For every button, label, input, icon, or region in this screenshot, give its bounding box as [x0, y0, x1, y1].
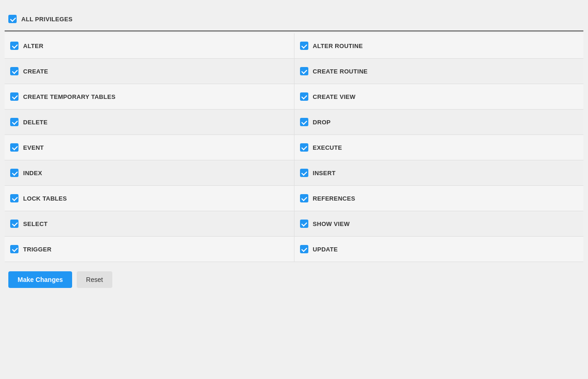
checkbox-references[interactable]: [300, 194, 308, 202]
privilege-label: CREATE VIEW: [313, 93, 356, 100]
checkbox-lock-tables[interactable]: [10, 194, 18, 202]
privilege-row: ALTERALTER ROUTINE: [5, 33, 583, 59]
checkbox-wrapper: CREATE TEMPORARY TABLES: [10, 92, 116, 101]
privilege-cell-left: EVENT: [5, 135, 294, 160]
checkbox-wrapper: TRIGGER: [10, 245, 51, 253]
privilege-row: CREATE TEMPORARY TABLESCREATE VIEW: [5, 84, 583, 110]
all-privileges-checkbox-wrapper: ALL PRIVILEGES: [8, 15, 73, 23]
privilege-row: EVENTEXECUTE: [5, 135, 583, 160]
checkbox-wrapper: EVENT: [10, 143, 44, 152]
privilege-cell-left: INDEX: [5, 160, 294, 185]
checkbox-show-view[interactable]: [300, 220, 308, 228]
checkbox-wrapper: CREATE ROUTINE: [300, 67, 368, 75]
checkbox-wrapper: DELETE: [10, 118, 48, 126]
checkbox-wrapper: EXECUTE: [300, 143, 343, 152]
checkbox-trigger[interactable]: [10, 245, 18, 253]
privilege-cell-right: INSERT: [294, 160, 584, 185]
privilege-cell-left: CREATE TEMPORARY TABLES: [5, 84, 294, 109]
privilege-cell-right: REFERENCES: [294, 186, 584, 211]
checkbox-create-temporary-tables[interactable]: [10, 92, 18, 101]
checkbox-create-view[interactable]: [300, 92, 308, 101]
privilege-cell-left: ALTER: [5, 33, 294, 58]
privilege-label: TRIGGER: [23, 246, 51, 253]
checkbox-wrapper: ALTER: [10, 42, 43, 50]
checkbox-wrapper: INDEX: [10, 169, 42, 177]
privilege-label: ALTER ROUTINE: [313, 43, 363, 49]
privilege-label: CREATE: [23, 68, 48, 75]
checkbox-execute[interactable]: [300, 143, 308, 152]
privilege-cell-left: SELECT: [5, 211, 294, 236]
privilege-label: CREATE ROUTINE: [313, 68, 368, 75]
checkbox-create[interactable]: [10, 67, 18, 75]
all-privileges-checkbox[interactable]: [8, 15, 17, 23]
reset-button[interactable]: Reset: [77, 271, 112, 288]
privilege-cell-left: CREATE: [5, 59, 294, 84]
main-divider: [5, 31, 583, 31]
checkbox-wrapper: UPDATE: [300, 245, 338, 253]
checkbox-wrapper: LOCK TABLES: [10, 194, 67, 202]
privilege-cell-left: TRIGGER: [5, 237, 294, 262]
privilege-label: REFERENCES: [313, 195, 355, 202]
checkbox-update[interactable]: [300, 245, 308, 253]
privilege-label: EXECUTE: [313, 144, 343, 151]
checkbox-delete[interactable]: [10, 118, 18, 126]
make-changes-button[interactable]: Make Changes: [8, 271, 72, 288]
privilege-cell-right: CREATE ROUTINE: [294, 59, 584, 84]
privilege-label: LOCK TABLES: [23, 195, 67, 202]
checkbox-wrapper: CREATE: [10, 67, 48, 75]
checkbox-insert[interactable]: [300, 169, 308, 177]
privilege-row: TRIGGERUPDATE: [5, 237, 583, 262]
action-row: Make Changes Reset: [5, 262, 583, 293]
privilege-row: DELETEDROP: [5, 110, 583, 135]
checkbox-wrapper: SHOW VIEW: [300, 220, 350, 228]
checkbox-index[interactable]: [10, 169, 18, 177]
privilege-label: SELECT: [23, 220, 48, 227]
checkbox-create-routine[interactable]: [300, 67, 308, 75]
privilege-row: SELECTSHOW VIEW: [5, 211, 583, 237]
checkbox-wrapper: DROP: [300, 118, 331, 126]
checkbox-wrapper: CREATE VIEW: [300, 92, 356, 101]
privileges-grid: ALTERALTER ROUTINECREATECREATE ROUTINECR…: [5, 33, 583, 262]
privilege-label: DELETE: [23, 119, 48, 126]
privilege-label: INDEX: [23, 170, 42, 177]
privilege-label: ALTER: [23, 43, 43, 49]
all-privileges-label: ALL PRIVILEGES: [21, 16, 73, 23]
checkbox-wrapper: REFERENCES: [300, 194, 355, 202]
privilege-label: INSERT: [313, 170, 336, 177]
checkbox-select[interactable]: [10, 220, 18, 228]
privilege-cell-right: UPDATE: [294, 237, 584, 262]
privilege-row: LOCK TABLESREFERENCES: [5, 186, 583, 211]
checkbox-alter-routine[interactable]: [300, 42, 308, 50]
all-privileges-row: ALL PRIVILEGES: [5, 9, 583, 29]
privilege-cell-right: ALTER ROUTINE: [294, 33, 584, 58]
checkbox-wrapper: ALTER ROUTINE: [300, 42, 363, 50]
privilege-row: INDEXINSERT: [5, 160, 583, 186]
checkbox-drop[interactable]: [300, 118, 308, 126]
privilege-cell-right: DROP: [294, 110, 584, 134]
checkbox-alter[interactable]: [10, 42, 18, 50]
privilege-label: CREATE TEMPORARY TABLES: [23, 93, 116, 100]
checkbox-event[interactable]: [10, 143, 18, 152]
privilege-label: EVENT: [23, 144, 44, 151]
privilege-label: DROP: [313, 119, 331, 126]
privilege-label: UPDATE: [313, 246, 338, 253]
privilege-row: CREATECREATE ROUTINE: [5, 59, 583, 84]
privilege-cell-left: LOCK TABLES: [5, 186, 294, 211]
privilege-cell-right: CREATE VIEW: [294, 84, 584, 109]
privilege-cell-right: EXECUTE: [294, 135, 584, 160]
privilege-cell-right: SHOW VIEW: [294, 211, 584, 236]
checkbox-wrapper: INSERT: [300, 169, 336, 177]
main-container: ALL PRIVILEGES ALTERALTER ROUTINECREATEC…: [0, 0, 588, 379]
privilege-label: SHOW VIEW: [313, 220, 350, 227]
checkbox-wrapper: SELECT: [10, 220, 48, 228]
privilege-cell-left: DELETE: [5, 110, 294, 134]
